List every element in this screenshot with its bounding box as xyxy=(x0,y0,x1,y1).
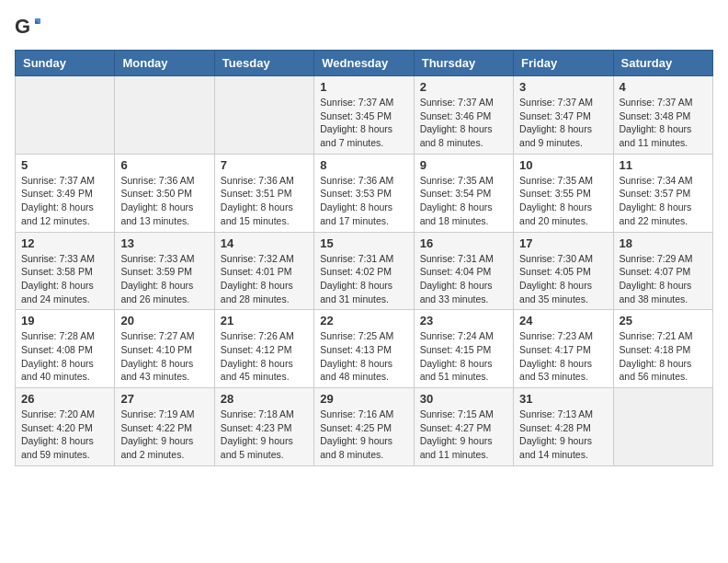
day-info: Sunrise: 7:37 AM Sunset: 3:45 PM Dayligh… xyxy=(320,96,407,150)
calendar-cell: 1Sunrise: 7:37 AM Sunset: 3:45 PM Daylig… xyxy=(314,76,414,155)
day-info: Sunrise: 7:34 AM Sunset: 3:57 PM Dayligh… xyxy=(620,174,707,228)
calendar-week-2: 5Sunrise: 7:37 AM Sunset: 3:49 PM Daylig… xyxy=(16,154,713,232)
day-info: Sunrise: 7:36 AM Sunset: 3:50 PM Dayligh… xyxy=(120,174,208,228)
calendar-cell: 23Sunrise: 7:24 AM Sunset: 4:15 PM Dayli… xyxy=(414,310,513,388)
day-info: Sunrise: 7:24 AM Sunset: 4:15 PM Dayligh… xyxy=(420,329,507,384)
calendar-cell xyxy=(613,388,712,466)
day-info: Sunrise: 7:25 AM Sunset: 4:13 PM Dayligh… xyxy=(320,329,407,384)
day-info: Sunrise: 7:33 AM Sunset: 3:59 PM Dayligh… xyxy=(120,252,208,306)
day-info: Sunrise: 7:37 AM Sunset: 3:48 PM Dayligh… xyxy=(620,96,707,150)
day-info: Sunrise: 7:26 AM Sunset: 4:12 PM Dayligh… xyxy=(221,329,308,384)
calendar-cell: 10Sunrise: 7:35 AM Sunset: 3:55 PM Dayli… xyxy=(514,154,613,232)
day-info: Sunrise: 7:37 AM Sunset: 3:46 PM Dayligh… xyxy=(420,96,507,150)
day-info: Sunrise: 7:18 AM Sunset: 4:23 PM Dayligh… xyxy=(221,408,308,462)
day-info: Sunrise: 7:35 AM Sunset: 3:54 PM Dayligh… xyxy=(420,174,507,228)
day-number: 7 xyxy=(221,158,308,172)
day-info: Sunrise: 7:36 AM Sunset: 3:53 PM Dayligh… xyxy=(320,174,407,228)
weekday-header-tuesday: Tuesday xyxy=(214,51,313,76)
day-info: Sunrise: 7:23 AM Sunset: 4:17 PM Dayligh… xyxy=(519,329,607,384)
day-info: Sunrise: 7:21 AM Sunset: 4:18 PM Dayligh… xyxy=(620,329,707,384)
day-info: Sunrise: 7:33 AM Sunset: 3:58 PM Dayligh… xyxy=(21,252,108,306)
day-number: 4 xyxy=(620,80,707,94)
calendar-cell: 8Sunrise: 7:36 AM Sunset: 3:53 PM Daylig… xyxy=(314,154,414,232)
calendar-cell: 5Sunrise: 7:37 AM Sunset: 3:49 PM Daylig… xyxy=(16,154,115,232)
calendar-cell: 14Sunrise: 7:32 AM Sunset: 4:01 PM Dayli… xyxy=(214,232,313,310)
calendar-cell: 24Sunrise: 7:23 AM Sunset: 4:17 PM Dayli… xyxy=(514,310,613,388)
day-number: 12 xyxy=(21,236,108,250)
calendar-cell: 6Sunrise: 7:36 AM Sunset: 3:50 PM Daylig… xyxy=(115,154,214,232)
calendar-cell: 16Sunrise: 7:31 AM Sunset: 4:04 PM Dayli… xyxy=(414,232,513,310)
calendar-week-1: 1Sunrise: 7:37 AM Sunset: 3:45 PM Daylig… xyxy=(16,76,713,155)
day-number: 31 xyxy=(519,392,607,406)
day-info: Sunrise: 7:36 AM Sunset: 3:51 PM Dayligh… xyxy=(221,174,308,228)
day-info: Sunrise: 7:20 AM Sunset: 4:20 PM Dayligh… xyxy=(21,408,108,462)
calendar-cell: 13Sunrise: 7:33 AM Sunset: 3:59 PM Dayli… xyxy=(115,232,214,310)
calendar-cell: 17Sunrise: 7:30 AM Sunset: 4:05 PM Dayli… xyxy=(514,232,613,310)
day-info: Sunrise: 7:37 AM Sunset: 3:49 PM Dayligh… xyxy=(21,174,108,228)
day-number: 5 xyxy=(21,158,108,172)
day-info: Sunrise: 7:37 AM Sunset: 3:47 PM Dayligh… xyxy=(519,96,607,150)
calendar-cell: 31Sunrise: 7:13 AM Sunset: 4:28 PM Dayli… xyxy=(514,388,613,466)
day-info: Sunrise: 7:13 AM Sunset: 4:28 PM Dayligh… xyxy=(519,408,607,462)
day-number: 28 xyxy=(221,392,308,406)
day-number: 22 xyxy=(320,314,407,327)
day-number: 23 xyxy=(420,314,507,327)
day-number: 1 xyxy=(320,80,407,94)
calendar-header-row: SundayMondayTuesdayWednesdayThursdayFrid… xyxy=(16,51,713,76)
day-number: 14 xyxy=(221,236,308,250)
calendar-cell: 28Sunrise: 7:18 AM Sunset: 4:23 PM Dayli… xyxy=(214,388,313,466)
calendar-cell: 18Sunrise: 7:29 AM Sunset: 4:07 PM Dayli… xyxy=(613,232,712,310)
day-info: Sunrise: 7:35 AM Sunset: 3:55 PM Dayligh… xyxy=(519,174,607,228)
day-number: 8 xyxy=(320,158,407,172)
calendar-cell: 25Sunrise: 7:21 AM Sunset: 4:18 PM Dayli… xyxy=(613,310,712,388)
logo: G xyxy=(15,15,44,40)
weekday-header-saturday: Saturday xyxy=(613,51,712,76)
day-number: 30 xyxy=(420,392,507,406)
day-number: 18 xyxy=(620,236,707,250)
day-info: Sunrise: 7:28 AM Sunset: 4:08 PM Dayligh… xyxy=(21,329,108,384)
day-number: 2 xyxy=(420,80,507,94)
calendar-week-4: 19Sunrise: 7:28 AM Sunset: 4:08 PM Dayli… xyxy=(16,310,713,388)
day-number: 13 xyxy=(120,236,208,250)
day-info: Sunrise: 7:31 AM Sunset: 4:04 PM Dayligh… xyxy=(420,252,507,306)
calendar-cell: 30Sunrise: 7:15 AM Sunset: 4:27 PM Dayli… xyxy=(414,388,513,466)
day-number: 15 xyxy=(320,236,407,250)
day-number: 25 xyxy=(620,314,707,327)
page-header: G xyxy=(15,15,713,40)
svg-text:G: G xyxy=(15,15,30,38)
day-number: 29 xyxy=(320,392,407,406)
calendar-cell xyxy=(214,76,313,155)
calendar-cell: 22Sunrise: 7:25 AM Sunset: 4:13 PM Dayli… xyxy=(314,310,414,388)
weekday-header-sunday: Sunday xyxy=(16,51,115,76)
calendar-cell: 7Sunrise: 7:36 AM Sunset: 3:51 PM Daylig… xyxy=(214,154,313,232)
calendar-cell xyxy=(16,76,115,155)
day-number: 21 xyxy=(221,314,308,327)
calendar-week-5: 26Sunrise: 7:20 AM Sunset: 4:20 PM Dayli… xyxy=(16,388,713,466)
day-number: 26 xyxy=(21,392,108,406)
day-info: Sunrise: 7:16 AM Sunset: 4:25 PM Dayligh… xyxy=(320,408,407,462)
weekday-header-thursday: Thursday xyxy=(414,51,513,76)
calendar-table: SundayMondayTuesdayWednesdayThursdayFrid… xyxy=(15,50,713,466)
calendar-cell: 21Sunrise: 7:26 AM Sunset: 4:12 PM Dayli… xyxy=(214,310,313,388)
day-number: 16 xyxy=(420,236,507,250)
calendar-cell: 15Sunrise: 7:31 AM Sunset: 4:02 PM Dayli… xyxy=(314,232,414,310)
day-info: Sunrise: 7:15 AM Sunset: 4:27 PM Dayligh… xyxy=(420,408,507,462)
day-info: Sunrise: 7:27 AM Sunset: 4:10 PM Dayligh… xyxy=(120,329,208,384)
calendar-cell: 9Sunrise: 7:35 AM Sunset: 3:54 PM Daylig… xyxy=(414,154,513,232)
day-number: 24 xyxy=(519,314,607,327)
calendar-cell: 3Sunrise: 7:37 AM Sunset: 3:47 PM Daylig… xyxy=(514,76,613,155)
calendar-cell: 4Sunrise: 7:37 AM Sunset: 3:48 PM Daylig… xyxy=(613,76,712,155)
weekday-header-friday: Friday xyxy=(514,51,613,76)
day-number: 6 xyxy=(120,158,208,172)
calendar-cell: 27Sunrise: 7:19 AM Sunset: 4:22 PM Dayli… xyxy=(115,388,214,466)
calendar-cell: 20Sunrise: 7:27 AM Sunset: 4:10 PM Dayli… xyxy=(115,310,214,388)
day-number: 10 xyxy=(519,158,607,172)
day-info: Sunrise: 7:19 AM Sunset: 4:22 PM Dayligh… xyxy=(120,408,208,462)
day-number: 9 xyxy=(420,158,507,172)
calendar-cell: 11Sunrise: 7:34 AM Sunset: 3:57 PM Dayli… xyxy=(613,154,712,232)
day-number: 19 xyxy=(21,314,108,327)
logo-icon: G xyxy=(15,15,40,40)
weekday-header-monday: Monday xyxy=(115,51,214,76)
day-number: 11 xyxy=(620,158,707,172)
calendar-cell: 26Sunrise: 7:20 AM Sunset: 4:20 PM Dayli… xyxy=(16,388,115,466)
